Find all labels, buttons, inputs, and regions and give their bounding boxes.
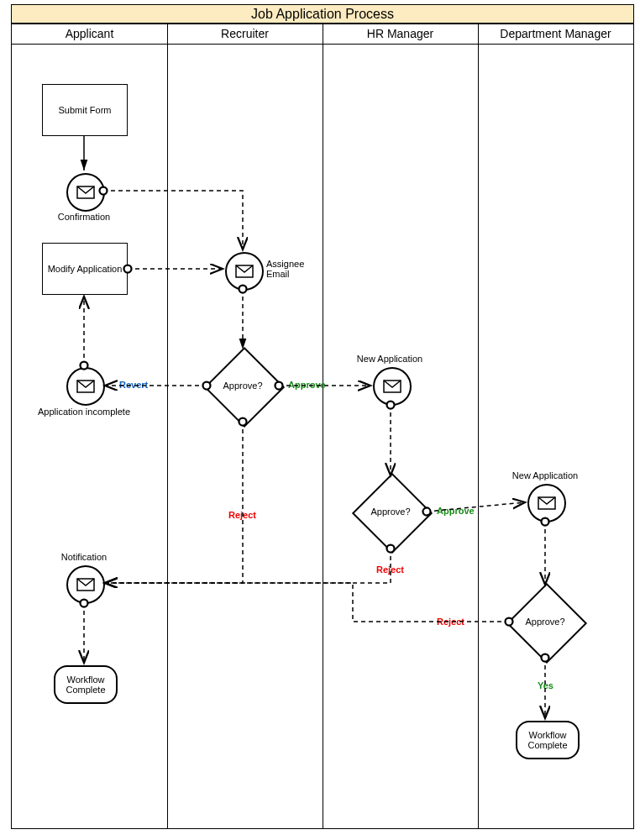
event-confirmation — [66, 173, 105, 212]
event-assignee-email — [225, 252, 264, 291]
edge-label-revert: Revert — [119, 380, 148, 390]
lane-body-recruiter — [167, 44, 323, 828]
gateway-approve-3: Approve? — [507, 584, 583, 659]
edge-label-reject-1: Reject — [228, 510, 256, 520]
end-workflow-complete-1: Workflow Complete — [54, 665, 118, 704]
task-modify-application: Modify Application — [42, 243, 128, 295]
event-new-app-2 — [527, 484, 566, 522]
lane-header-recruiter: Recruiter — [167, 24, 323, 45]
edge-label-reject-3: Reject — [437, 617, 464, 627]
task-submit-form: Submit Form — [42, 84, 128, 136]
label-new-app-1: New Application — [352, 354, 428, 364]
lane-header-applicant: Applicant — [12, 24, 168, 45]
edge-label-approve-1: Approve — [288, 380, 326, 390]
lane-header-hr: HR Manager — [323, 24, 479, 45]
event-new-app-1 — [373, 367, 412, 406]
label-app-incomplete: Application incomplete — [34, 407, 134, 417]
lane-body-dm — [478, 44, 633, 828]
edge-label-reject-2: Reject — [376, 564, 404, 575]
edge-label-approve-2: Approve — [437, 506, 475, 516]
title-bar: Job Application Process — [11, 4, 634, 24]
label-notification: Notification — [50, 552, 118, 562]
lane-header-dm: Department Manager — [478, 24, 633, 45]
diagram-container: Job Application Process Applicant Recrui… — [0, 0, 640, 840]
label-confirmation: Confirmation — [50, 212, 118, 222]
label-assignee-email: Assignee Email — [266, 259, 317, 279]
gateway-approve-1: Approve? — [205, 348, 281, 423]
event-notification — [66, 565, 105, 604]
edge-label-yes: Yes — [538, 680, 553, 690]
lanes: Applicant Recruiter HR Manager Departmen… — [11, 23, 634, 829]
gateway-approve-2: Approve? — [353, 474, 428, 549]
event-app-incomplete — [66, 367, 105, 406]
label-new-app-2: New Application — [507, 470, 583, 480]
lane-body-hr — [323, 44, 479, 828]
lane-body-applicant — [12, 44, 168, 828]
end-workflow-complete-2: Workflow Complete — [516, 721, 580, 759]
